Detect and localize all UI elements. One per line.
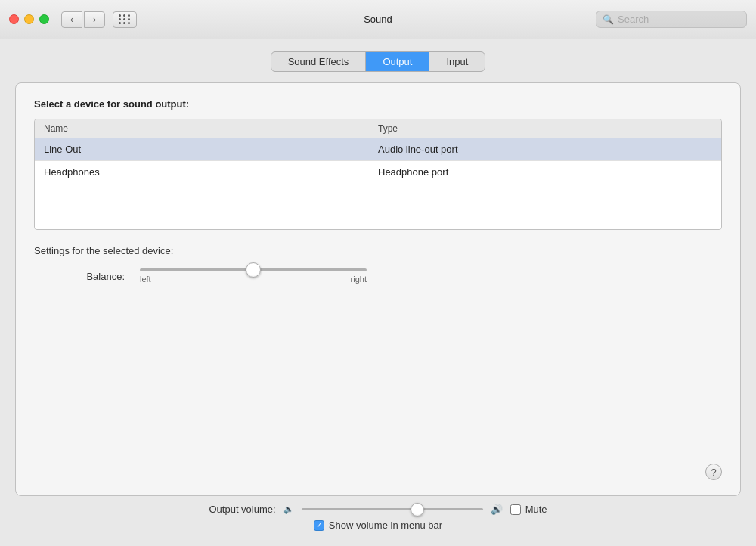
table-row[interactable]: Headphones Headphone port (35, 161, 721, 183)
mute-area: Mute (510, 504, 547, 515)
back-button[interactable]: ‹ (61, 11, 82, 28)
minimize-button[interactable] (24, 14, 34, 24)
mute-checkbox[interactable] (510, 504, 521, 515)
traffic-lights (9, 14, 49, 24)
search-box[interactable]: 🔍 (596, 11, 747, 28)
show-volume-checkbox[interactable]: ✓ (314, 520, 324, 531)
settings-label: Settings for the selected device: (34, 245, 722, 256)
help-button[interactable]: ? (705, 464, 722, 480)
balance-slider[interactable] (140, 268, 367, 271)
output-volume-slider[interactable] (302, 508, 483, 510)
close-button[interactable] (9, 14, 19, 24)
volume-high-icon: 🔊 (491, 504, 503, 515)
maximize-button[interactable] (39, 14, 49, 24)
device-name: Headphones (44, 166, 378, 178)
device-type: Audio line-out port (378, 144, 712, 155)
nav-buttons: ‹ › (61, 11, 105, 28)
device-table: Name Type Line Out Audio line-out port H… (34, 119, 722, 230)
titlebar: ‹ › Sound 🔍 (0, 0, 756, 39)
grid-view-button[interactable] (113, 11, 137, 28)
search-icon: 🔍 (603, 14, 614, 25)
balance-label: Balance: (64, 271, 125, 282)
show-volume-label: Show volume in menu bar (329, 520, 442, 531)
table-header: Name Type (35, 119, 721, 138)
output-panel: Select a device for sound output: Name T… (15, 82, 741, 496)
balance-row: Balance: left right (34, 268, 722, 284)
tab-output[interactable]: Output (366, 52, 429, 71)
select-device-label: Select a device for sound output: (34, 98, 722, 110)
main-content: Sound Effects Output Input Select a devi… (0, 39, 756, 546)
tab-sound-effects[interactable]: Sound Effects (271, 52, 367, 71)
show-volume-row: ✓ Show volume in menu bar (314, 520, 442, 531)
balance-slider-labels: left right (140, 275, 367, 284)
grid-icon (119, 14, 131, 24)
col-type-header: Type (378, 123, 712, 134)
mute-label: Mute (525, 504, 547, 515)
volume-low-icon: 🔈 (284, 504, 294, 514)
balance-slider-container: left right (140, 268, 367, 284)
table-row[interactable]: Line Out Audio line-out port (35, 138, 721, 161)
balance-left-label: left (140, 275, 151, 284)
device-type: Headphone port (378, 166, 712, 178)
tab-input[interactable]: Input (429, 52, 485, 71)
tab-group: Sound Effects Output Input (271, 51, 486, 72)
volume-row: Output volume: 🔈 🔊 Mute (209, 504, 547, 515)
device-name: Line Out (44, 144, 378, 155)
bottom-bar: Output volume: 🔈 🔊 Mute ✓ Show volume in… (15, 496, 741, 537)
search-input[interactable] (618, 14, 740, 25)
output-volume-label: Output volume: (209, 504, 275, 515)
col-name-header: Name (44, 123, 378, 134)
balance-right-label: right (351, 275, 367, 284)
tab-bar: Sound Effects Output Input (15, 51, 741, 72)
forward-button[interactable]: › (84, 11, 105, 28)
table-body: Line Out Audio line-out port Headphones … (35, 138, 721, 229)
window-title: Sound (364, 14, 392, 25)
